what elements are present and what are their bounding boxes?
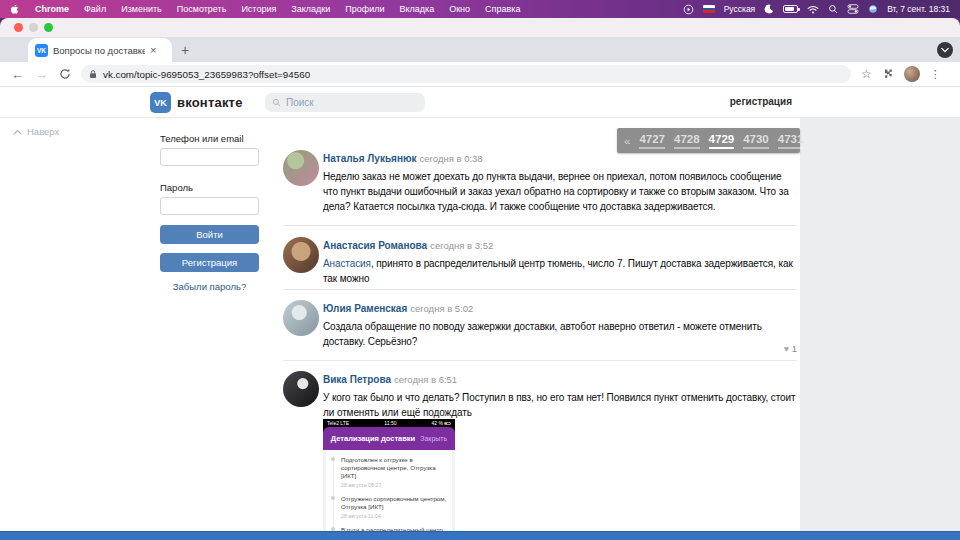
pagination-page-current[interactable]: 4729 [709, 132, 735, 149]
browser-menu-icon[interactable]: ⋮ [930, 68, 941, 81]
menu-history[interactable]: История [241, 4, 276, 14]
post-author-link[interactable]: Анастасия Романова [323, 240, 427, 251]
likes-counter[interactable]: ♥ 1 [763, 343, 797, 354]
password-label: Пароль [160, 182, 193, 193]
control-center-icon[interactable] [847, 4, 859, 14]
pagination-page-4727[interactable]: 4727 [639, 132, 665, 149]
mention-link[interactable]: Анастасия [323, 258, 371, 269]
pagination-page-4728[interactable]: 4728 [674, 132, 700, 149]
register-button[interactable]: Регистрация [160, 253, 259, 272]
vk-header: VK вконтакте Поиск регистрация [0, 87, 960, 118]
post-text: Создала обращение по поводу зажержки дос… [323, 319, 797, 349]
minimize-window-button[interactable] [29, 23, 38, 32]
wifi-icon[interactable] [807, 5, 819, 14]
menubar-clock[interactable]: Вт, 7 сент. 18:31 [887, 4, 950, 14]
phone-battery: 42 % [432, 420, 451, 426]
avatar[interactable] [283, 300, 319, 336]
language-flag-icon[interactable] [703, 5, 715, 13]
post-timestamp: сегодня в 5:02 [410, 303, 473, 314]
avatar[interactable] [283, 371, 319, 407]
post-author-link[interactable]: Вика Петрова [323, 374, 391, 385]
back-button[interactable]: ← [11, 67, 24, 82]
menu-help[interactable]: Справка [485, 4, 520, 14]
post-text: Неделю заказ не может доехать до пункта … [323, 169, 797, 214]
moon-icon[interactable] [764, 4, 774, 14]
url-text: vk.com/topic-9695053_23659983?offset=945… [103, 69, 310, 80]
menu-edit[interactable]: Изменить [121, 4, 162, 14]
close-window-button[interactable] [14, 23, 23, 32]
page-right-gutter [800, 118, 960, 540]
weather-icon[interactable] [868, 4, 878, 14]
login-button[interactable]: Войти [160, 225, 259, 244]
bottom-blue-bar [0, 531, 960, 540]
post-timestamp: сегодня в 3:52 [430, 240, 493, 251]
tab-search-button[interactable] [937, 42, 953, 58]
timeline-item: Подготовлен к отгрузке в сортировочном ц… [341, 456, 448, 488]
battery-icon[interactable] [783, 5, 798, 13]
zoom-window-button[interactable] [44, 23, 53, 32]
bookmark-star-icon[interactable]: ☆ [861, 67, 872, 81]
vk-logo-icon[interactable]: VK [150, 92, 171, 113]
forgot-password-link[interactable]: Забыли пароль? [160, 281, 259, 292]
menu-profiles[interactable]: Профили [345, 4, 384, 14]
menu-bookmarks[interactable]: Закладки [291, 4, 330, 14]
post-author-link[interactable]: Наталья Лукьянюк [323, 153, 417, 164]
delivery-timeline: Подготовлен к отгрузке в сортировочном ц… [323, 450, 455, 540]
heart-icon: ♥ [784, 344, 789, 354]
post-text-rest: , принято в распределительный центр тюме… [323, 258, 793, 284]
phone-status-bar: Tele2 LTE 11:50 42 % [323, 419, 455, 427]
avatar[interactable] [283, 150, 319, 186]
timeline-item-text: Отгружено сортировочным центром, Отгрузк… [341, 495, 448, 511]
post-text: Анастасия, принято в распределительный ц… [323, 256, 797, 286]
post-timestamp: сегодня в 0:38 [420, 153, 483, 164]
address-bar[interactable]: vk.com/topic-9695053_23659983?offset=945… [81, 65, 851, 83]
password-input[interactable] [160, 197, 259, 215]
spotlight-search-icon[interactable] [828, 4, 838, 14]
media-play-icon[interactable] [683, 4, 694, 15]
menu-window[interactable]: Окно [449, 4, 470, 14]
vk-favicon-icon: VK [35, 44, 48, 57]
pagination-page-4731[interactable]: 4731 [778, 132, 804, 149]
post-divider [283, 225, 797, 226]
delivery-modal-header: Детализация доставки Закрыть [323, 427, 455, 450]
pagination-page-4730[interactable]: 4730 [743, 132, 769, 149]
menu-tab[interactable]: Вкладка [399, 4, 434, 14]
post-3: Юлия Раменскаясегодня в 5:02 Создала обр… [283, 298, 797, 349]
reload-button[interactable] [59, 68, 71, 80]
browser-toolbar: ← → vk.com/topic-9695053_23659983?offset… [0, 62, 960, 87]
phone-battery-icon [444, 422, 451, 425]
browser-tab[interactable]: VK Вопросы по доставке | WILDE × [28, 38, 172, 62]
vk-search-input[interactable]: Поиск [265, 93, 425, 112]
extensions-icon[interactable] [882, 68, 894, 80]
menu-chrome[interactable]: Chrome [35, 4, 69, 14]
menu-file[interactable]: Файл [84, 4, 106, 14]
phone-label: Телефон или email [160, 133, 244, 144]
lock-icon [89, 69, 97, 79]
registration-link[interactable]: регистрация [730, 96, 792, 107]
likes-count: 1 [792, 343, 797, 354]
back-to-top-link[interactable]: Наверх [13, 126, 59, 137]
apple-icon[interactable] [10, 3, 20, 15]
phone-clock: 11:50 [384, 420, 396, 426]
post-author-link[interactable]: Юлия Раменская [323, 303, 407, 314]
forward-button[interactable]: → [35, 67, 48, 82]
tab-close-icon[interactable]: × [150, 45, 156, 56]
language-label[interactable]: Русская [724, 4, 756, 14]
menu-view[interactable]: Посмотреть [177, 4, 227, 14]
vk-body: Наверх Телефон или email Пароль Войти Ре… [0, 118, 960, 540]
post-divider [283, 360, 797, 361]
pagination-prev[interactable]: « [624, 135, 630, 147]
screen: Chrome Файл Изменить Посмотреть История … [0, 0, 960, 540]
post-4: Вика Петровасегодня в 6:51 У кого так бы… [283, 369, 797, 420]
avatar[interactable] [283, 237, 319, 273]
profile-avatar[interactable] [904, 66, 920, 82]
attachment-screenshot[interactable]: Tele2 LTE 11:50 42 % Детализация доставк… [323, 419, 455, 540]
timeline-item-text: Подготовлен к отгрузке в сортировочном ц… [341, 456, 448, 480]
vk-logo-text[interactable]: вконтакте [177, 95, 243, 110]
new-tab-button[interactable]: + [181, 42, 189, 58]
search-placeholder: Поиск [286, 97, 314, 108]
delivery-modal-close: Закрыть [420, 435, 447, 442]
phone-input[interactable] [160, 148, 259, 166]
post-divider [283, 289, 797, 290]
tab-strip: VK Вопросы по доставке | WILDE × + [0, 37, 960, 62]
